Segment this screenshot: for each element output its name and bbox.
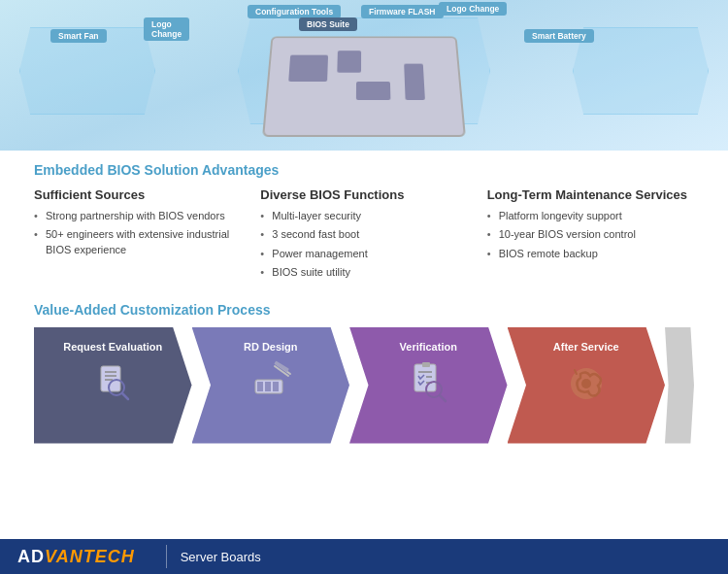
value-added-title: Value-Added Customization Process (34, 302, 694, 318)
svg-rect-7 (257, 382, 263, 391)
footer-divider (166, 545, 167, 568)
process-step-1: Request Evaluation (34, 327, 192, 444)
diverse-bios-list: Multi-layer security 3 second fast boot … (260, 209, 467, 281)
embedded-bios-title: Embedded BIOS Solution Advantages (34, 162, 694, 178)
diverse-bios-col: Diverse BIOS Functions Multi-layer secur… (260, 187, 467, 285)
step-2-label: RD Design (244, 341, 298, 353)
list-item: 3 second fast boot (260, 227, 467, 242)
motherboard-diagram (262, 36, 466, 137)
long-term-col: Long-Term Maintenance Services Platform … (487, 187, 694, 285)
footer: ADVANTECH Server Boards (0, 539, 728, 574)
tag-logo-change-right: Logo Change (439, 2, 507, 16)
svg-rect-9 (273, 382, 279, 391)
tag-config-tools: Configuration Tools (248, 5, 341, 18)
svg-rect-13 (414, 364, 436, 391)
long-term-list: Platform longevity support 10-year BIOS … (487, 209, 694, 261)
tag-smart-battery: Smart Battery (524, 29, 594, 43)
diagram-area: Smart Fan LogoChange Configuration Tools… (0, 0, 728, 151)
step-4-icon (563, 358, 610, 410)
process-step-2: RD Design (192, 327, 350, 444)
footer-subtitle: Server Boards (181, 550, 261, 564)
list-item: 10-year BIOS version control (487, 227, 694, 242)
list-item: Multi-layer security (260, 209, 467, 223)
long-term-header: Long-Term Maintenance Services (487, 187, 694, 202)
process-step-3: Verification (349, 327, 508, 444)
process-step-4: After Service (508, 327, 666, 444)
footer-brand: ADVANTECH (0, 547, 152, 567)
list-item: BIOS remote backup (487, 247, 694, 261)
step-3-label: Verification (400, 341, 457, 353)
sufficient-sources-header: Sufficient Sources (34, 187, 241, 202)
svg-point-21 (581, 379, 591, 388)
diverse-bios-header: Diverse BIOS Functions (260, 187, 467, 202)
svg-rect-0 (101, 366, 120, 391)
list-item: Platform longevity support (487, 209, 694, 223)
advantages-grid: Sufficient Sources Strong partnership wi… (34, 187, 694, 285)
list-item: Strong partnership with BIOS vendors (34, 209, 241, 223)
trailing-chevron (665, 327, 694, 444)
tag-firmware-flash: Firmware FLASH (361, 5, 444, 18)
step-2-icon (248, 358, 294, 410)
main-content: Embedded BIOS Solution Advantages Suffic… (0, 151, 728, 454)
brand-ad: AD (17, 547, 45, 566)
sufficient-sources-list: Strong partnership with BIOS vendors 50+… (34, 209, 241, 257)
tag-smart-fan: Smart Fan (50, 29, 107, 43)
svg-rect-14 (422, 362, 430, 367)
value-added-section: Value-Added Customization Process Reques… (34, 302, 694, 444)
tag-logo-change-left: LogoChange (144, 17, 189, 41)
step-3-icon (405, 358, 451, 410)
embedded-bios-section: Embedded BIOS Solution Advantages Suffic… (34, 162, 694, 285)
footer-brand-text: ADVANTECH (17, 547, 135, 567)
list-item: BIOS suite utility (260, 265, 467, 280)
svg-rect-8 (265, 382, 271, 391)
process-flow: Request Evaluation RD Design (34, 327, 694, 444)
step-1-icon (89, 358, 136, 410)
list-item: Power management (260, 247, 467, 261)
brand-van: VANTECH (45, 547, 135, 566)
step-4-label: After Service (553, 341, 619, 353)
svg-line-5 (122, 393, 128, 399)
sufficient-sources-col: Sufficient Sources Strong partnership wi… (34, 187, 241, 285)
step-1-label: Request Evaluation (63, 341, 162, 353)
tag-bios-suite: BIOS Suite (299, 17, 357, 31)
list-item: 50+ engineers with extensive industrial … (34, 227, 241, 257)
svg-line-19 (440, 395, 446, 401)
